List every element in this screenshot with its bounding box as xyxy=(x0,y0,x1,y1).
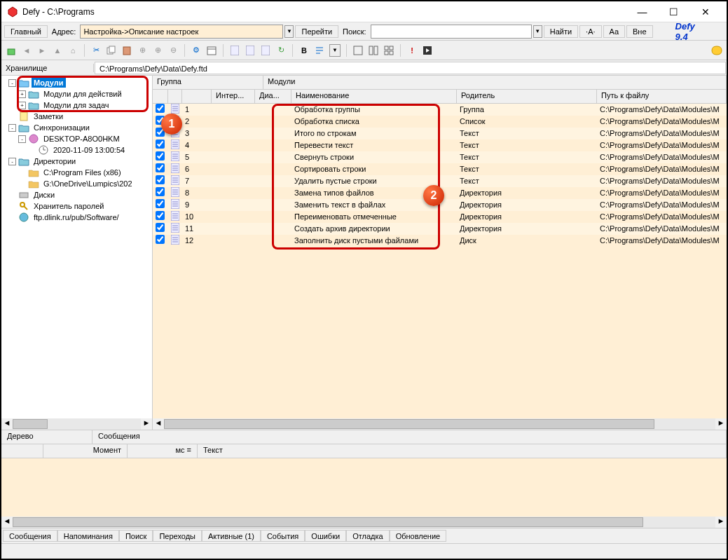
doc3-icon[interactable] xyxy=(260,45,271,56)
tree-scrollbar[interactable]: ◄ ► xyxy=(1,418,152,430)
tree-item[interactable]: -Синхронизации xyxy=(3,122,151,133)
row-checkbox[interactable] xyxy=(156,139,165,149)
col-parent[interactable]: Родитель xyxy=(457,90,597,103)
bold-icon[interactable]: B xyxy=(298,45,310,56)
log-col-ms[interactable]: мс = xyxy=(128,444,198,458)
up-icon[interactable]: ▲ xyxy=(52,45,63,56)
log-tab-messages[interactable]: Сообщения xyxy=(92,430,727,444)
tree-panel[interactable]: -Модули+Модули для действий+Модули для з… xyxy=(1,76,153,430)
refresh-icon[interactable]: ↻ xyxy=(275,45,287,56)
calendar-icon[interactable] xyxy=(206,45,217,56)
table-row[interactable]: 10Переименовать отмеченныеДиректорияC:\P… xyxy=(153,211,727,223)
row-checkbox[interactable] xyxy=(156,104,165,113)
doc2-icon[interactable] xyxy=(245,45,256,56)
maximize-button[interactable]: ☐ xyxy=(658,2,689,22)
close-button[interactable]: ✕ xyxy=(689,2,721,22)
row-checkbox[interactable] xyxy=(156,163,165,172)
row-checkbox[interactable] xyxy=(156,235,165,244)
paste-icon[interactable] xyxy=(121,45,132,56)
tree-toggle-icon[interactable]: - xyxy=(8,158,16,165)
table-row[interactable]: 11Создать архив директорииДиректорияC:\P… xyxy=(153,223,727,235)
tree-item[interactable]: -Директории xyxy=(3,156,151,167)
row-checkbox[interactable] xyxy=(156,175,165,184)
status-tab[interactable]: Отладка xyxy=(346,530,389,542)
log-col-text[interactable]: Текст xyxy=(198,444,727,458)
col-dia[interactable]: Диа... xyxy=(255,90,291,103)
row-checkbox[interactable] xyxy=(156,199,165,208)
log-col-moment[interactable]: Момент xyxy=(43,444,128,458)
log-scrollbar[interactable]: ◄ ► xyxy=(1,517,727,528)
table-row[interactable]: 2Обработка спискаСписокC:\Programs\Defy\… xyxy=(153,116,727,128)
status-tab[interactable]: Напоминания xyxy=(57,530,119,542)
remove-icon[interactable]: ⊖ xyxy=(167,45,179,56)
tree-item[interactable]: Заметки xyxy=(3,111,151,122)
status-tab[interactable]: Переходы xyxy=(153,530,202,542)
status-tab[interactable]: Обновление xyxy=(390,530,447,542)
tree-toggle-icon[interactable]: + xyxy=(18,90,26,98)
font-size-small[interactable]: ·A· xyxy=(579,25,601,38)
go-button[interactable]: Перейти xyxy=(295,25,338,38)
tree-item[interactable]: Хранитель паролей xyxy=(3,200,151,212)
tree-item[interactable]: -DESKTOP-A8O0HKM xyxy=(3,133,151,144)
alert-icon[interactable]: ! xyxy=(406,45,418,56)
tree-item[interactable]: C:\Program Files (x86) xyxy=(3,167,151,178)
log-body[interactable] xyxy=(1,458,727,517)
align-dropdown-icon[interactable]: ▼ xyxy=(329,44,341,57)
cut-icon[interactable]: ✂ xyxy=(90,45,102,56)
grid-body[interactable]: 1Обработка группыГруппаC:\Programs\Defy\… xyxy=(153,104,727,418)
table-row[interactable]: 12Заполнить диск пустыми файламиДискC:\P… xyxy=(153,235,727,247)
minimize-button[interactable]: — xyxy=(626,2,658,22)
forward-icon[interactable]: ► xyxy=(36,45,48,56)
col-path[interactable]: Путь к файлу xyxy=(597,90,727,103)
tree-toggle-icon[interactable]: - xyxy=(8,79,16,87)
storage-path[interactable]: C:\Programs\Defy\Data\Defy.ftd xyxy=(95,62,726,74)
gear-icon[interactable]: ⚙ xyxy=(191,45,202,56)
doc1-icon[interactable] xyxy=(229,45,240,56)
status-tab[interactable]: Ошибки xyxy=(305,530,346,542)
status-tab[interactable]: Активные (1) xyxy=(202,530,261,542)
search-dropdown-icon[interactable]: ▼ xyxy=(533,25,542,38)
copy-icon[interactable] xyxy=(106,45,117,56)
grid-scrollbar[interactable]: ◄ ► xyxy=(153,418,727,430)
back-icon[interactable]: ◄ xyxy=(21,45,32,56)
tree-item[interactable]: +Модули для действий xyxy=(3,88,151,100)
font-size-ext[interactable]: Вне xyxy=(626,25,653,38)
home-icon[interactable]: ⌂ xyxy=(67,45,78,56)
tree-item[interactable]: -Модули xyxy=(3,77,151,88)
tree-item[interactable]: ftp.dlink.ru/pub/Software/ xyxy=(3,212,151,223)
find-button[interactable]: Найти xyxy=(544,25,578,38)
new-icon[interactable] xyxy=(6,45,17,56)
layout2-icon[interactable] xyxy=(368,45,379,56)
tree-toggle-icon[interactable]: - xyxy=(18,135,26,143)
table-row[interactable]: 3Итого по строкамТекстC:\Programs\Defy\D… xyxy=(153,128,727,139)
table-row[interactable]: 7Удалить пустые строкиТекстC:\Programs\D… xyxy=(153,175,727,187)
address-input[interactable] xyxy=(80,25,283,39)
status-tab[interactable]: Сообщения xyxy=(3,530,57,542)
row-checkbox[interactable] xyxy=(156,211,165,220)
col-inter[interactable]: Интер... xyxy=(212,90,255,103)
row-checkbox[interactable] xyxy=(156,151,165,161)
tree-item[interactable]: 2020-11-09 13:00:54 xyxy=(3,144,151,156)
status-tab[interactable]: События xyxy=(261,530,305,542)
log-tab-tree[interactable]: Дерево xyxy=(1,430,92,444)
align-icon[interactable] xyxy=(314,45,325,56)
main-button[interactable]: Главный xyxy=(4,25,48,38)
table-row[interactable]: 4Перевести текстТекстC:\Programs\Defy\Da… xyxy=(153,139,727,151)
tree-toggle-icon[interactable]: - xyxy=(8,124,16,132)
table-row[interactable]: 5Свернуть строкиТекстC:\Programs\Defy\Da… xyxy=(153,151,727,163)
add2-icon[interactable]: ⊕ xyxy=(152,45,163,56)
help-icon[interactable] xyxy=(711,45,722,56)
status-tab[interactable]: Поиск xyxy=(119,530,153,542)
table-row[interactable]: 6Сортировать строкиТекстC:\Programs\Defy… xyxy=(153,163,727,175)
row-checkbox[interactable] xyxy=(156,223,165,232)
col-name[interactable]: Наименование xyxy=(291,90,457,103)
add-icon[interactable]: ⊕ xyxy=(137,45,148,56)
row-checkbox[interactable] xyxy=(156,187,165,196)
tree-toggle-icon[interactable]: + xyxy=(18,102,26,109)
address-dropdown-icon[interactable]: ▼ xyxy=(284,25,294,38)
tree-item[interactable]: +Модули для задач xyxy=(3,100,151,111)
tree-item[interactable]: Диски xyxy=(3,189,151,200)
tree-item[interactable]: G:\OneDrive\Lumpics\202 xyxy=(3,178,151,189)
table-row[interactable]: 1Обработка группыГруппаC:\Programs\Defy\… xyxy=(153,104,727,116)
grid-column-headers[interactable]: Интер... Диа... Наименование Родитель Пу… xyxy=(153,90,727,104)
